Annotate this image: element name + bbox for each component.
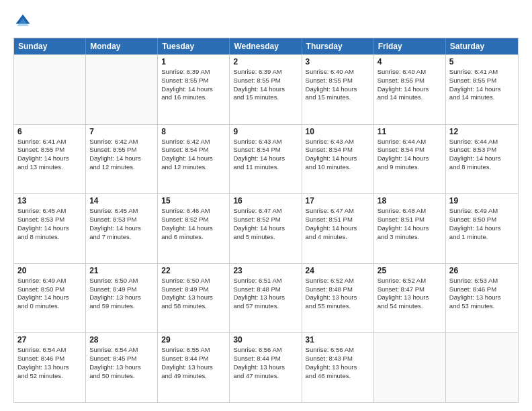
cell-line: Sunset: 8:44 PM <box>161 355 226 363</box>
cell-line: Daylight: 14 hours <box>161 154 226 163</box>
cell-line: Daylight: 14 hours <box>233 154 298 163</box>
cell-line: Sunrise: 6:51 AM <box>233 277 298 285</box>
calendar-cell: 22Sunrise: 6:50 AMSunset: 8:49 PMDayligh… <box>158 264 230 333</box>
cell-line: Sunset: 8:50 PM <box>17 285 82 294</box>
cell-line: Sunrise: 6:56 AM <box>306 346 370 355</box>
day-number: 9 <box>233 127 298 136</box>
calendar-cell <box>86 55 158 124</box>
cell-line: Daylight: 14 hours <box>233 224 298 233</box>
cell-line: Daylight: 14 hours <box>378 85 442 94</box>
cell-line: Sunrise: 6:40 AM <box>378 68 442 77</box>
calendar-cell: 13Sunrise: 6:45 AMSunset: 8:53 PMDayligh… <box>14 194 86 263</box>
calendar-cell: 5Sunrise: 6:41 AMSunset: 8:55 PMDaylight… <box>446 55 518 124</box>
cell-line: and 10 minutes. <box>306 163 370 172</box>
calendar-cell: 18Sunrise: 6:48 AMSunset: 8:51 PMDayligh… <box>374 194 446 263</box>
cell-line: Daylight: 14 hours <box>449 224 515 233</box>
calendar-cell: 27Sunrise: 6:54 AMSunset: 8:46 PMDayligh… <box>14 333 86 402</box>
cell-line: Sunset: 8:44 PM <box>233 355 298 363</box>
cell-line: and 5 minutes. <box>233 233 298 242</box>
cell-line: and 14 minutes. <box>449 93 515 102</box>
calendar-header-cell: Wednesday <box>230 38 302 54</box>
cell-line: Sunset: 8:47 PM <box>378 285 442 294</box>
calendar-cell: 2Sunrise: 6:39 AMSunset: 8:55 PMDaylight… <box>230 55 302 124</box>
day-number: 18 <box>378 196 442 205</box>
cell-line: Sunrise: 6:45 AM <box>17 207 82 216</box>
day-number: 24 <box>306 266 370 275</box>
cell-line: and 47 minutes. <box>233 372 298 381</box>
cell-line: Daylight: 14 hours <box>161 224 226 233</box>
cell-line: and 55 minutes. <box>306 302 370 311</box>
day-number: 14 <box>89 196 154 205</box>
cell-line: Sunset: 8:51 PM <box>306 216 370 224</box>
cell-line: Daylight: 14 hours <box>233 85 298 94</box>
cell-line: and 52 minutes. <box>17 372 82 381</box>
cell-line: and 6 minutes. <box>161 233 226 242</box>
cell-line: Sunset: 8:54 PM <box>161 146 226 154</box>
cell-line: Daylight: 14 hours <box>306 224 370 233</box>
day-number: 7 <box>89 127 154 136</box>
cell-line: and 50 minutes. <box>89 372 154 381</box>
cell-line: Daylight: 13 hours <box>306 363 370 372</box>
calendar-cell <box>374 333 446 402</box>
cell-line: and 59 minutes. <box>89 302 154 311</box>
calendar-cell: 6Sunrise: 6:41 AMSunset: 8:55 PMDaylight… <box>14 125 86 194</box>
cell-line: Daylight: 13 hours <box>449 293 515 302</box>
cell-line: Sunset: 8:54 PM <box>378 146 442 154</box>
cell-line: and 53 minutes. <box>449 302 515 311</box>
calendar-cell: 25Sunrise: 6:52 AMSunset: 8:47 PMDayligh… <box>374 264 446 333</box>
cell-line: Daylight: 13 hours <box>89 363 154 372</box>
cell-line: Sunset: 8:55 PM <box>17 146 82 154</box>
cell-line: Sunset: 8:53 PM <box>17 216 82 224</box>
cell-line: Sunrise: 6:54 AM <box>17 346 82 355</box>
cell-line: and 3 minutes. <box>378 233 442 242</box>
cell-line: Sunset: 8:43 PM <box>306 355 370 363</box>
calendar-week: 1Sunrise: 6:39 AMSunset: 8:55 PMDaylight… <box>14 54 518 124</box>
cell-line: Sunset: 8:54 PM <box>306 146 370 154</box>
day-number: 4 <box>378 57 442 66</box>
cell-line: and 15 minutes. <box>306 93 370 102</box>
cell-line: Sunset: 8:55 PM <box>306 77 370 85</box>
day-number: 5 <box>449 57 515 66</box>
calendar-header-row: SundayMondayTuesdayWednesdayThursdayFrid… <box>14 38 518 54</box>
day-number: 2 <box>233 57 298 66</box>
cell-line: Sunset: 8:51 PM <box>378 216 442 224</box>
calendar-cell: 29Sunrise: 6:55 AMSunset: 8:44 PMDayligh… <box>158 333 230 402</box>
cell-line: Sunset: 8:53 PM <box>89 216 154 224</box>
cell-line: Sunrise: 6:44 AM <box>449 138 515 146</box>
cell-line: Daylight: 13 hours <box>89 293 154 302</box>
calendar-week: 20Sunrise: 6:49 AMSunset: 8:50 PMDayligh… <box>14 263 518 333</box>
cell-line: Daylight: 13 hours <box>17 363 82 372</box>
calendar-cell: 23Sunrise: 6:51 AMSunset: 8:48 PMDayligh… <box>230 264 302 333</box>
cell-line: and 46 minutes. <box>306 372 370 381</box>
calendar-header-cell: Sunday <box>14 38 86 54</box>
cell-line: Sunrise: 6:47 AM <box>306 207 370 216</box>
cell-line: Daylight: 14 hours <box>449 154 515 163</box>
calendar: SundayMondayTuesdayWednesdayThursdayFrid… <box>13 38 519 403</box>
cell-line: Sunrise: 6:52 AM <box>306 277 370 285</box>
cell-line: Daylight: 13 hours <box>378 293 442 302</box>
cell-line: Sunrise: 6:47 AM <box>233 207 298 216</box>
cell-line: and 12 minutes. <box>89 163 154 172</box>
cell-line: Daylight: 14 hours <box>17 154 82 163</box>
cell-line: and 54 minutes. <box>378 302 442 311</box>
calendar-cell <box>446 333 518 402</box>
calendar-cell: 1Sunrise: 6:39 AMSunset: 8:55 PMDaylight… <box>158 55 230 124</box>
calendar-cell: 24Sunrise: 6:52 AMSunset: 8:48 PMDayligh… <box>302 264 374 333</box>
calendar-cell: 12Sunrise: 6:44 AMSunset: 8:53 PMDayligh… <box>446 125 518 194</box>
calendar-header-cell: Friday <box>374 38 446 54</box>
day-number: 17 <box>306 196 370 205</box>
calendar-header-cell: Thursday <box>302 38 374 54</box>
cell-line: and 12 minutes. <box>161 163 226 172</box>
day-number: 11 <box>378 127 442 136</box>
cell-line: Daylight: 14 hours <box>378 154 442 163</box>
calendar-header-cell: Saturday <box>446 38 518 54</box>
cell-line: and 0 minutes. <box>17 302 82 311</box>
calendar-cell: 4Sunrise: 6:40 AMSunset: 8:55 PMDaylight… <box>374 55 446 124</box>
cell-line: Sunrise: 6:39 AM <box>161 68 226 77</box>
calendar-week: 13Sunrise: 6:45 AMSunset: 8:53 PMDayligh… <box>14 193 518 263</box>
calendar-week: 27Sunrise: 6:54 AMSunset: 8:46 PMDayligh… <box>14 332 518 402</box>
cell-line: Sunset: 8:52 PM <box>233 216 298 224</box>
cell-line: Daylight: 13 hours <box>161 363 226 372</box>
calendar-cell: 30Sunrise: 6:56 AMSunset: 8:44 PMDayligh… <box>230 333 302 402</box>
cell-line: Daylight: 14 hours <box>306 154 370 163</box>
